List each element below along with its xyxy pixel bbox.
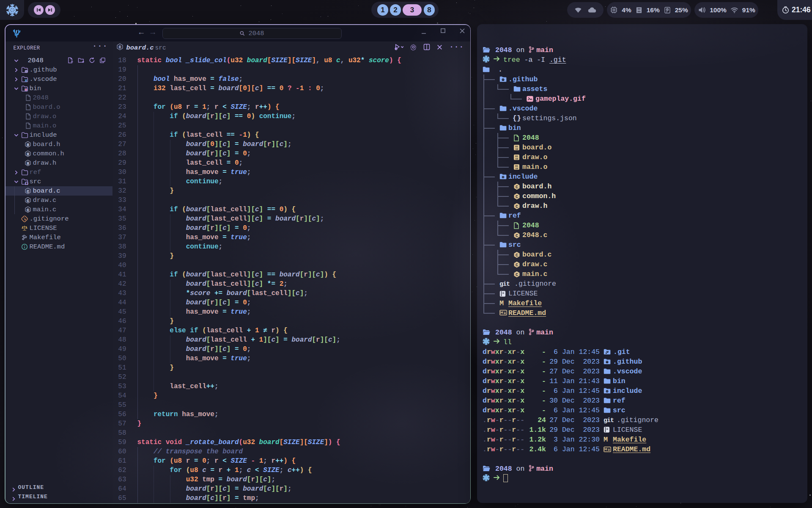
svg-text:10: 10: [515, 148, 518, 151]
svg-text:H: H: [27, 161, 29, 166]
svg-text:C: C: [516, 273, 518, 277]
svg-text:10: 10: [515, 157, 518, 160]
svg-text:C: C: [27, 189, 29, 193]
svg-text:C: C: [118, 45, 121, 49]
svg-text:H: H: [27, 142, 29, 147]
svg-text:C: C: [27, 207, 29, 212]
svg-text:C: C: [516, 204, 518, 209]
svg-text:C: C: [516, 253, 518, 258]
svg-text:C: C: [516, 185, 518, 190]
svg-text:C: C: [516, 234, 518, 238]
svg-text:C: C: [516, 263, 518, 268]
svg-text:C: C: [516, 195, 518, 199]
svg-text:H: H: [27, 152, 29, 156]
svg-text:C: C: [27, 198, 29, 203]
svg-text:(): (): [25, 181, 28, 185]
svg-text:10: 10: [515, 167, 518, 170]
